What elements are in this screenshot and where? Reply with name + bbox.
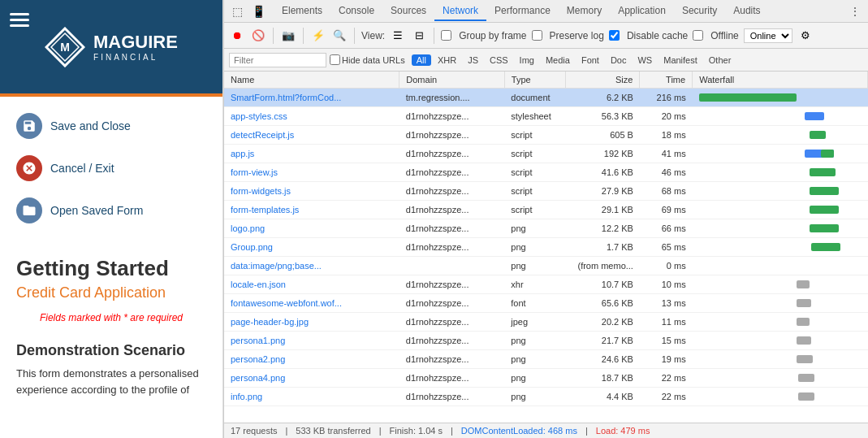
table-row[interactable]: Group.pngd1rnohzzspze...png1.7 KB65 ms (224, 238, 868, 257)
camera-icon[interactable]: 📷 (280, 28, 296, 44)
separator2: | (379, 426, 382, 436)
more-options-icon[interactable]: ⋮ (846, 2, 864, 20)
row-time: 66 ms (640, 219, 693, 238)
table-row[interactable]: form-widgets.jsd1rnohzzspze...script27.9… (224, 182, 868, 201)
col-size-header[interactable]: Size (566, 72, 640, 89)
table-row[interactable]: page-header-bg.jpgd1rnohzzspze...jpeg20.… (224, 313, 868, 332)
save-button[interactable]: Save and Close (0, 105, 222, 147)
view-small-icon[interactable]: ⊟ (411, 28, 427, 44)
tab-application[interactable]: Application (610, 2, 674, 21)
filter-bar: Hide data URLs All XHR JS CSS Img Media … (224, 49, 868, 72)
filter-manifest[interactable]: Manifest (659, 54, 702, 66)
offline-checkbox[interactable] (693, 30, 703, 41)
row-time: 0 ms (640, 257, 693, 275)
separator-1 (273, 28, 274, 44)
row-time: 15 ms (640, 332, 693, 350)
table-row[interactable]: info.pngd1rnohzzspze...png4.4 KB22 ms (224, 388, 868, 406)
disable-cache-checkbox[interactable] (609, 30, 620, 41)
row-waterfall (693, 332, 868, 350)
filter-css[interactable]: CSS (485, 54, 513, 66)
col-domain-header[interactable]: Domain (399, 72, 504, 89)
table-row[interactable]: SmartForm.html?formCod...tm.regression..… (224, 89, 868, 107)
row-size: 4.4 KB (566, 388, 640, 406)
device-emulation-icon[interactable]: 📱 (249, 2, 267, 20)
app-title: Credit Card Application (16, 284, 206, 301)
row-name: persona2.png (224, 350, 399, 369)
filter-ws[interactable]: WS (633, 54, 657, 66)
menu-icon[interactable] (10, 10, 29, 30)
save-icon (16, 113, 42, 139)
table-row[interactable]: detectReceipt.jsd1rnohzzspze...script605… (224, 126, 868, 145)
row-size: 192 KB (566, 145, 640, 163)
row-type: png (504, 388, 566, 406)
logo-text: MAGUIRE FINANCIAL (93, 32, 178, 62)
row-waterfall (693, 201, 868, 219)
view-list-icon[interactable]: ☰ (390, 28, 406, 44)
tab-network[interactable]: Network (434, 2, 486, 21)
row-domain: d1rnohzzspze... (399, 275, 504, 294)
filter-icon[interactable]: ⚡ (310, 28, 326, 44)
row-time: 11 ms (640, 313, 693, 332)
tab-audits[interactable]: Audits (725, 2, 768, 21)
table-row[interactable]: app.jsd1rnohzzspze...script192 KB41 ms (224, 145, 868, 163)
record-stop-button[interactable]: ⏺ (229, 28, 245, 44)
throttle-select[interactable]: Online (744, 28, 792, 43)
hide-data-urls-checkbox[interactable] (330, 54, 340, 65)
search-icon[interactable]: 🔍 (331, 28, 348, 44)
filter-doc[interactable]: Doc (606, 54, 632, 66)
filter-font[interactable]: Font (577, 54, 604, 66)
row-type: document (504, 89, 566, 107)
row-name: app-styles.css (224, 107, 399, 126)
devtools-actions: ⬚ 📱 (228, 2, 267, 20)
table-row[interactable]: persona4.pngd1rnohzzspze...png18.7 KB22 … (224, 369, 868, 388)
row-waterfall (693, 238, 868, 257)
row-size: 41.6 KB (566, 163, 640, 182)
filter-all[interactable]: All (412, 54, 431, 66)
col-time-header[interactable]: Time (640, 72, 693, 89)
table-row[interactable]: persona1.pngd1rnohzzspze...png21.7 KB15 … (224, 332, 868, 350)
preserve-log-checkbox[interactable] (532, 30, 542, 41)
col-name-header[interactable]: Name (224, 72, 399, 89)
filter-media[interactable]: Media (541, 54, 575, 66)
tab-memory[interactable]: Memory (559, 2, 610, 21)
table-row[interactable]: form-view.jsd1rnohzzspze...script41.6 KB… (224, 163, 868, 182)
row-type: png (504, 332, 566, 350)
row-name: locale-en.json (224, 275, 399, 294)
row-type: script (504, 145, 566, 163)
col-type-header[interactable]: Type (504, 72, 566, 89)
row-type: script (504, 126, 566, 145)
inspect-element-icon[interactable]: ⬚ (228, 2, 246, 20)
col-waterfall-header[interactable]: Waterfall (693, 72, 868, 89)
filter-img[interactable]: Img (515, 54, 539, 66)
cancel-button[interactable]: Cancel / Exit (0, 147, 222, 189)
row-name: persona1.png (224, 332, 399, 350)
tab-console[interactable]: Console (330, 2, 382, 21)
clear-button[interactable]: 🚫 (250, 28, 266, 44)
table-row[interactable]: logo.pngd1rnohzzspze...png12.2 KB66 ms (224, 219, 868, 238)
tab-elements[interactable]: Elements (274, 2, 330, 21)
row-name: app.js (224, 145, 399, 163)
row-waterfall (693, 294, 868, 313)
tab-performance[interactable]: Performance (486, 2, 559, 21)
view-label: View: (361, 30, 385, 41)
table-row[interactable]: locale-en.jsond1rnohzzspze...xhr10.7 KB1… (224, 275, 868, 294)
filter-input[interactable] (229, 53, 326, 67)
filter-js[interactable]: JS (463, 54, 483, 66)
demo-text: This form demonstrates a personalised ex… (16, 366, 206, 397)
tab-security[interactable]: Security (674, 2, 725, 21)
table-row[interactable]: fontawesome-webfont.wof...d1rnohzzspze..… (224, 294, 868, 313)
finish: Finish: 1.04 s (390, 426, 443, 436)
tab-sources[interactable]: Sources (382, 2, 434, 21)
settings-icon[interactable]: ⚙ (797, 28, 814, 44)
filter-other[interactable]: Other (704, 54, 736, 66)
row-name: SmartForm.html?formCod... (224, 89, 399, 107)
filter-xhr[interactable]: XHR (433, 54, 461, 66)
group-by-frame-checkbox[interactable] (441, 30, 451, 41)
open-saved-form-button[interactable]: Open Saved Form (0, 189, 222, 232)
table-row[interactable]: app-styles.cssd1rnohzzspze...stylesheet5… (224, 107, 868, 126)
table-row[interactable]: form-templates.jsd1rnohzzspze...script29… (224, 201, 868, 219)
row-name: page-header-bg.jpg (224, 313, 399, 332)
table-row[interactable]: persona2.pngd1rnohzzspze...png24.6 KB19 … (224, 350, 868, 369)
row-domain: d1rnohzzspze... (399, 238, 504, 257)
table-row[interactable]: data:image/png;base...png(from memo...0 … (224, 257, 868, 275)
